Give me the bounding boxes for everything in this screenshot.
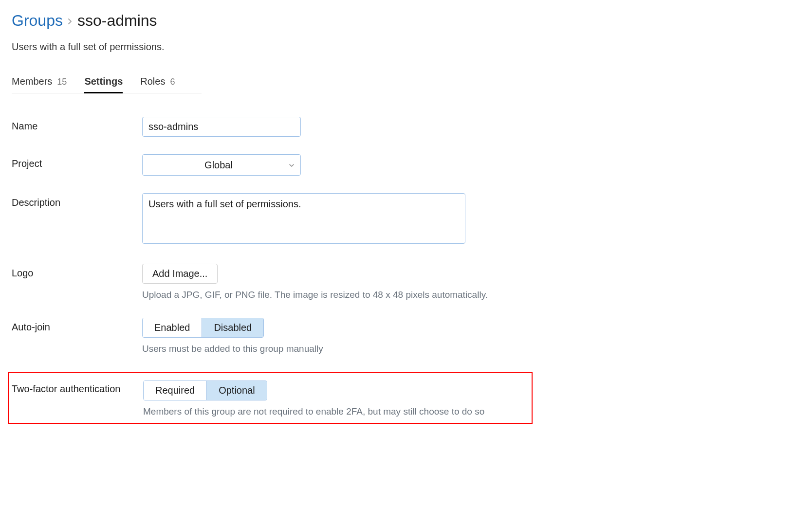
autojoin-label: Auto-join (12, 318, 142, 333)
twofactor-required-button[interactable]: Required (144, 381, 207, 400)
twofactor-optional-button[interactable]: Optional (207, 381, 267, 400)
tab-members[interactable]: Members 15 (12, 76, 67, 93)
project-select-value: Global (148, 159, 289, 171)
logo-label: Logo (12, 264, 142, 279)
form-row-project: Project Global (12, 154, 800, 176)
add-image-button[interactable]: Add Image... (142, 264, 218, 284)
form-row-logo: Logo Add Image... Upload a JPG, GIF, or … (12, 264, 800, 300)
breadcrumb-current: sso-admins (77, 12, 157, 30)
autojoin-disabled-button[interactable]: Disabled (202, 318, 263, 337)
form-row-twofactor-highlighted: Two-factor authentication Required Optio… (8, 372, 533, 424)
tab-roles-label: Roles (140, 76, 165, 87)
tab-members-label: Members (12, 76, 52, 87)
twofactor-toggle: Required Optional (143, 381, 267, 400)
form-row-description: Description Users with a full set of per… (12, 193, 800, 246)
project-select[interactable]: Global (142, 154, 301, 176)
tabs: Members 15 Settings Roles 6 (12, 76, 202, 93)
description-textarea[interactable]: Users with a full set of permissions. (142, 193, 465, 244)
tab-roles-count: 6 (170, 77, 175, 87)
tab-settings[interactable]: Settings (84, 76, 123, 93)
autojoin-help-text: Users must be added to this group manual… (142, 344, 800, 354)
twofactor-help-text: Members of this group are not required t… (143, 406, 529, 417)
twofactor-label: Two-factor authentication (12, 381, 143, 395)
logo-help-text: Upload a JPG, GIF, or PNG file. The imag… (142, 290, 800, 300)
tab-settings-label: Settings (84, 76, 123, 87)
breadcrumb-groups-link[interactable]: Groups (12, 12, 63, 30)
tab-roles[interactable]: Roles 6 (140, 76, 175, 93)
autojoin-enabled-button[interactable]: Enabled (143, 318, 202, 337)
tab-members-count: 15 (57, 77, 67, 87)
autojoin-toggle: Enabled Disabled (142, 318, 264, 338)
name-label: Name (12, 117, 142, 132)
form-row-autojoin: Auto-join Enabled Disabled Users must be… (12, 318, 800, 354)
group-description: Users with a full set of permissions. (12, 41, 800, 53)
name-input[interactable] (142, 117, 301, 137)
chevron-down-icon (289, 161, 295, 169)
chevron-right-icon (68, 16, 73, 27)
project-label: Project (12, 154, 142, 169)
description-label: Description (12, 193, 142, 208)
form-row-name: Name (12, 117, 800, 137)
breadcrumb: Groups sso-admins (12, 12, 800, 30)
